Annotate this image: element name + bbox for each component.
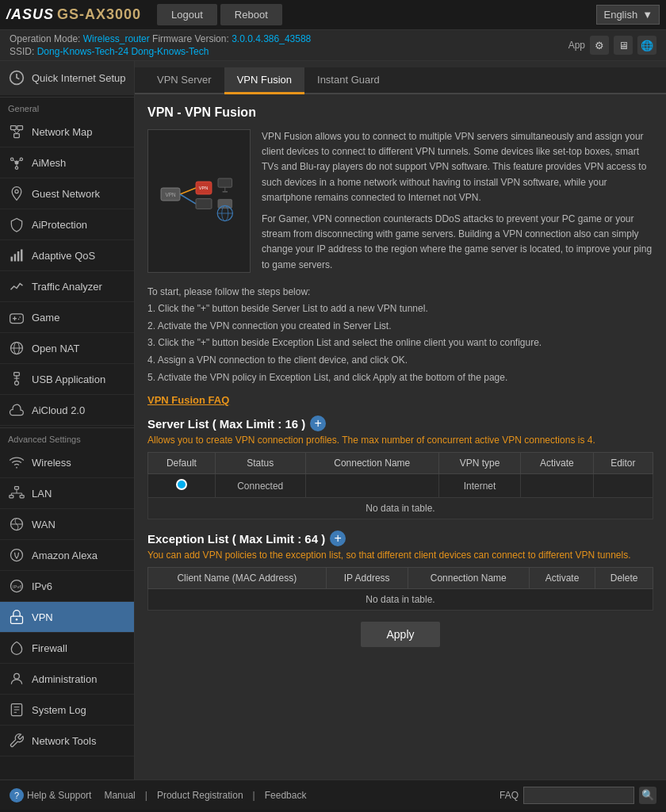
tab-instant-guard[interactable]: Instant Guard bbox=[304, 67, 392, 94]
sidebar-label-network-tools: Network Tools bbox=[32, 735, 96, 747]
sidebar-item-guest-network[interactable]: Guest Network bbox=[0, 178, 134, 209]
sidebar-item-network-map[interactable]: Network Map bbox=[0, 117, 134, 147]
add-exception-button[interactable]: + bbox=[330, 530, 346, 546]
svg-point-40 bbox=[11, 550, 23, 561]
sidebar-item-ipv6[interactable]: IPv6 IPv6 bbox=[0, 571, 134, 602]
sidebar-item-open-nat[interactable]: Open NAT bbox=[0, 333, 134, 364]
sidebar-item-wan[interactable]: WAN bbox=[0, 509, 134, 540]
col-ip-address: IP Address bbox=[326, 568, 408, 589]
col-activate: Activate bbox=[521, 453, 594, 474]
ssid-value1[interactable]: Dong-Knows-Tech-24 bbox=[37, 46, 128, 57]
apply-button[interactable]: Apply bbox=[361, 622, 439, 647]
footer: ? Help & Support Manual | Product Regist… bbox=[0, 779, 666, 810]
faq-search-button[interactable]: 🔍 bbox=[639, 787, 656, 804]
language-label: English bbox=[603, 9, 637, 21]
svg-rect-33 bbox=[20, 496, 24, 498]
logo-asus: /ASUS bbox=[6, 6, 54, 23]
firewall-icon bbox=[8, 639, 25, 657]
svg-rect-1 bbox=[11, 126, 17, 130]
usb-application-icon bbox=[8, 370, 25, 388]
col-delete: Delete bbox=[595, 568, 653, 589]
sidebar-label-aiprotection: AiProtection bbox=[32, 219, 87, 231]
server-list-header: Server List ( Max Limit : 16 ) + bbox=[147, 416, 653, 431]
system-log-icon bbox=[8, 701, 25, 718]
svg-line-10 bbox=[13, 160, 15, 163]
svg-rect-26 bbox=[14, 373, 20, 376]
language-selector[interactable]: English ▼ bbox=[596, 5, 660, 25]
ssid-value2[interactable]: Dong-Knows-Tech bbox=[131, 46, 209, 57]
header: /ASUS GS-AX3000 Logout Reboot English ▼ bbox=[0, 0, 666, 30]
sidebar-label-wan: WAN bbox=[32, 519, 56, 530]
quick-setup-icon bbox=[8, 69, 25, 86]
server-table-header-row: Default Status Connection Name VPN type … bbox=[148, 453, 653, 474]
guest-network-icon bbox=[8, 185, 25, 202]
network-tools-icon bbox=[8, 732, 25, 749]
sidebar-item-game[interactable]: Game bbox=[0, 302, 134, 333]
add-server-button[interactable]: + bbox=[310, 416, 326, 431]
sidebar-item-usb-application[interactable]: USB Application bbox=[0, 364, 134, 395]
sidebar-item-aiprotection[interactable]: AiProtection bbox=[0, 209, 134, 240]
infobar-right: App ⚙ 🖥 🌐 bbox=[568, 36, 656, 55]
sidebar-item-administration[interactable]: Administration bbox=[0, 664, 134, 695]
step4: 4. Assign a VPN connection to the client… bbox=[147, 352, 653, 370]
manual-link[interactable]: Manual bbox=[104, 790, 135, 801]
sidebar-label-amazon-alexa: Amazon Alexa bbox=[32, 550, 98, 561]
svg-point-45 bbox=[14, 673, 20, 679]
sidebar-label-network-map: Network Map bbox=[32, 126, 93, 138]
col-client-name: Client Name (MAC Address) bbox=[148, 568, 327, 589]
tab-vpn-fusion[interactable]: VPN Fusion bbox=[224, 67, 304, 94]
col-default: Default bbox=[148, 453, 216, 474]
sidebar-label-adaptive-qos: Adaptive QoS bbox=[32, 250, 95, 262]
firmware-value[interactable]: 3.0.0.4.386_43588 bbox=[232, 33, 311, 44]
logout-button[interactable]: Logout bbox=[157, 4, 217, 25]
svg-text:VPN: VPN bbox=[199, 186, 209, 191]
step1: 1. Click the "+" button beside Server Li… bbox=[147, 301, 653, 318]
reboot-button[interactable]: Reboot bbox=[220, 4, 282, 25]
svg-rect-2 bbox=[17, 126, 23, 130]
network-map-icon bbox=[8, 123, 25, 140]
svg-line-52 bbox=[180, 188, 196, 194]
sidebar-item-traffic-analyzer[interactable]: Traffic Analyzer bbox=[0, 271, 134, 302]
sidebar-label-wireless: Wireless bbox=[32, 457, 71, 469]
sidebar-item-aimesh[interactable]: AiMesh bbox=[0, 147, 134, 178]
svg-line-11 bbox=[18, 160, 21, 163]
page-title: VPN - VPN Fusion bbox=[147, 105, 653, 120]
sidebar-item-firewall[interactable]: Firewall bbox=[0, 633, 134, 664]
svg-point-8 bbox=[20, 158, 22, 160]
sidebar-item-network-tools[interactable]: Network Tools bbox=[0, 726, 134, 756]
feedback-link[interactable]: Feedback bbox=[265, 790, 307, 801]
open-nat-icon bbox=[8, 339, 25, 357]
sidebar-item-wireless[interactable]: Wireless bbox=[0, 447, 134, 478]
infobar-left: Operation Mode: Wireless_router Firmware… bbox=[10, 33, 311, 57]
sidebar-item-system-log[interactable]: System Log bbox=[0, 695, 134, 726]
product-registration-link[interactable]: Product Registration bbox=[157, 790, 243, 801]
help-support-label: Help & Support bbox=[27, 790, 91, 801]
fusion-desc1: VPN Fusion allows you to connect to mult… bbox=[262, 129, 653, 205]
steps-section: To start, please follow the steps below:… bbox=[147, 284, 653, 387]
adaptive-qos-icon bbox=[8, 247, 25, 264]
sidebar-label-traffic-analyzer: Traffic Analyzer bbox=[32, 281, 102, 293]
server-row-default bbox=[148, 474, 216, 498]
faq-search-input[interactable] bbox=[523, 787, 634, 804]
step5: 5. Activate the VPN policy in Exception … bbox=[147, 370, 653, 387]
settings-icon[interactable]: ⚙ bbox=[590, 36, 609, 55]
server-row-editor bbox=[593, 474, 653, 498]
step2: 2. Activate the VPN connection you creat… bbox=[147, 318, 653, 335]
help-support: ? Help & Support bbox=[10, 788, 94, 802]
monitor-icon[interactable]: 🖥 bbox=[614, 36, 633, 55]
logo: /ASUS GS-AX3000 bbox=[6, 6, 141, 23]
exception-list-header: Exception List ( Max Limit : 64 ) + bbox=[147, 530, 653, 546]
main-content: VPN Server VPN Fusion Instant Guard VPN … bbox=[135, 61, 666, 779]
aimesh-icon bbox=[8, 154, 25, 171]
operation-mode-value[interactable]: Wireless_router bbox=[83, 33, 150, 44]
vpn-icon bbox=[8, 608, 25, 626]
sidebar-item-aicloud[interactable]: AiCloud 2.0 bbox=[0, 395, 134, 426]
faq-link[interactable]: VPN Fusion FAQ bbox=[147, 394, 653, 406]
sidebar-item-vpn[interactable]: VPN bbox=[0, 602, 134, 633]
sidebar-item-adaptive-qos[interactable]: Adaptive QoS bbox=[0, 240, 134, 271]
sidebar-item-amazon-alexa[interactable]: Amazon Alexa bbox=[0, 540, 134, 571]
sidebar-item-lan[interactable]: LAN bbox=[0, 478, 134, 509]
sidebar-item-quick-setup[interactable]: Quick Internet Setup bbox=[0, 61, 134, 95]
network-icon[interactable]: 🌐 bbox=[637, 36, 656, 55]
tab-vpn-server[interactable]: VPN Server bbox=[144, 67, 224, 94]
